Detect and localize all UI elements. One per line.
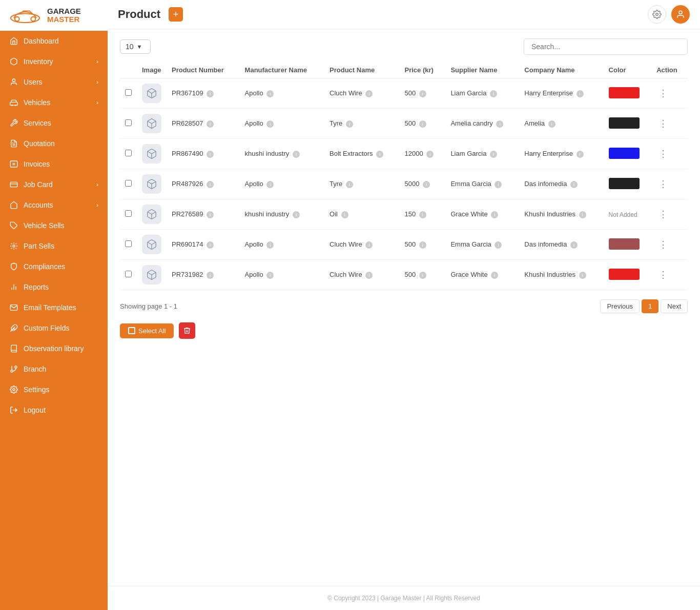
doc-icon [9, 139, 18, 148]
supplier-info-icon[interactable]: i [490, 151, 497, 158]
row-checkbox[interactable] [125, 119, 132, 126]
content-area: 10 ▼ Image Product Number Manufacturer N… [108, 29, 700, 586]
product-name-info-icon[interactable]: i [346, 120, 353, 128]
row-action-menu-button[interactable]: ⋮ [656, 269, 670, 281]
table-row: PR276589 i khushi industry i Oil i 150 i… [120, 199, 688, 230]
company-info-icon[interactable]: i [570, 241, 578, 249]
row-action-menu-button[interactable]: ⋮ [656, 117, 670, 130]
svg-rect-12 [10, 182, 17, 187]
product-name-info-icon[interactable]: i [376, 151, 383, 158]
row-action-menu-button[interactable]: ⋮ [656, 238, 670, 251]
price-info-icon[interactable]: i [419, 211, 426, 218]
sidebar-item-compliances[interactable]: Compliances [0, 256, 108, 277]
sidebar-item-inventory[interactable]: Inventory › [0, 51, 108, 72]
user-avatar-button[interactable] [671, 5, 690, 24]
company-info-icon[interactable]: i [577, 151, 584, 158]
sidebar-item-vehicle-sells[interactable]: Vehicle Sells [0, 215, 108, 236]
sidebar-item-services[interactable]: Services [0, 113, 108, 133]
sidebar-item-email-templates[interactable]: Email Templates [0, 297, 108, 318]
supplier-info-icon[interactable]: i [490, 90, 497, 97]
sidebar-item-quotation[interactable]: Quotation [0, 133, 108, 154]
product-number-info-icon[interactable]: i [207, 120, 214, 128]
product-name-info-icon[interactable]: i [365, 272, 373, 279]
row-checkbox[interactable] [125, 180, 132, 187]
company-info-icon[interactable]: i [579, 211, 586, 218]
sidebar-item-users[interactable]: Users › [0, 72, 108, 92]
select-all-button[interactable]: Select All [120, 323, 174, 338]
svg-point-3 [12, 79, 15, 82]
sidebar-item-settings[interactable]: Settings [0, 379, 108, 400]
sidebar-item-accounts[interactable]: Accounts › [0, 195, 108, 215]
product-name-info-icon[interactable]: i [346, 181, 353, 188]
per-page-dropdown[interactable]: 10 ▼ [120, 39, 151, 54]
company-info-icon[interactable]: i [570, 181, 578, 188]
manufacturer-cell: khushi industry i [240, 199, 324, 230]
sidebar-item-logout[interactable]: Logout [0, 400, 108, 420]
supplier-name: Emma Garcia [450, 240, 491, 248]
product-number-info-icon[interactable]: i [207, 211, 214, 218]
delete-button[interactable] [179, 322, 195, 339]
manufacturer-info-icon[interactable]: i [266, 181, 274, 188]
manufacturer-info-icon[interactable]: i [266, 90, 274, 97]
row-action-menu-button[interactable]: ⋮ [656, 208, 670, 220]
color-swatch [609, 269, 640, 280]
price-info-icon[interactable]: i [426, 151, 434, 158]
price-cell: 5000 i [400, 169, 446, 199]
row-checkbox[interactable] [125, 210, 132, 217]
sidebar-item-custom-fields[interactable]: Custom Fields [0, 318, 108, 338]
product-name-info-icon[interactable]: i [341, 211, 348, 218]
manufacturer-info-icon[interactable]: i [266, 241, 274, 249]
supplier-info-icon[interactable]: i [491, 211, 498, 218]
row-action-menu-button[interactable]: ⋮ [656, 148, 670, 160]
add-product-button[interactable]: + [169, 7, 183, 22]
row-action-menu-button[interactable]: ⋮ [656, 87, 670, 99]
sidebar-item-job-card[interactable]: Job Card › [0, 174, 108, 195]
sidebar-item-invoices[interactable]: Invoices [0, 154, 108, 174]
row-checkbox[interactable] [125, 89, 132, 96]
price-info-icon[interactable]: i [419, 120, 426, 128]
color-cell [604, 169, 652, 199]
sidebar-item-reports[interactable]: Reports [0, 277, 108, 297]
chevron-down-icon: ▼ [137, 44, 142, 50]
sidebar-item-part-sells[interactable]: Part Sells [0, 236, 108, 256]
product-name-info-icon[interactable]: i [365, 90, 373, 97]
manufacturer-name: khushi industry [245, 210, 290, 218]
product-number-cell: PR628507 i [167, 109, 240, 139]
product-box-icon [146, 239, 157, 250]
supplier-info-icon[interactable]: i [496, 120, 503, 128]
supplier-info-icon[interactable]: i [495, 241, 502, 249]
manufacturer-info-icon[interactable]: i [266, 120, 274, 128]
price-info-icon[interactable]: i [419, 90, 426, 97]
product-number-info-icon[interactable]: i [207, 151, 214, 158]
sidebar-item-observation-library[interactable]: Observation library [0, 338, 108, 359]
company-info-icon[interactable]: i [548, 120, 555, 128]
search-input[interactable] [524, 38, 688, 55]
row-checkbox[interactable] [125, 271, 132, 277]
page-1-button[interactable]: 1 [642, 299, 658, 313]
previous-page-button[interactable]: Previous [600, 299, 640, 313]
row-checkbox[interactable] [125, 150, 132, 156]
price-info-icon[interactable]: i [423, 181, 430, 188]
sidebar-item-vehicles[interactable]: Vehicles › [0, 92, 108, 113]
manufacturer-info-icon[interactable]: i [293, 211, 300, 218]
price-info-icon[interactable]: i [419, 272, 426, 279]
supplier-info-icon[interactable]: i [495, 181, 502, 188]
product-number-info-icon[interactable]: i [207, 272, 214, 279]
row-action-menu-button[interactable]: ⋮ [656, 178, 670, 190]
sidebar-item-branch[interactable]: Branch [0, 359, 108, 379]
sidebar-item-dashboard[interactable]: Dashboard [0, 31, 108, 51]
gear-button[interactable] [648, 5, 666, 24]
manufacturer-info-icon[interactable]: i [266, 272, 274, 279]
product-number-info-icon[interactable]: i [207, 90, 214, 97]
manufacturer-info-icon[interactable]: i [293, 151, 300, 158]
supplier-info-icon[interactable]: i [491, 272, 498, 279]
row-checkbox[interactable] [125, 240, 132, 247]
company-info-icon[interactable]: i [579, 272, 586, 279]
price-info-icon[interactable]: i [419, 241, 426, 249]
product-name-info-icon[interactable]: i [365, 241, 373, 249]
product-number-info-icon[interactable]: i [207, 181, 214, 188]
next-page-button[interactable]: Next [661, 299, 688, 313]
company-info-icon[interactable]: i [577, 90, 584, 97]
svg-point-25 [679, 11, 682, 14]
product-number-info-icon[interactable]: i [207, 241, 214, 249]
